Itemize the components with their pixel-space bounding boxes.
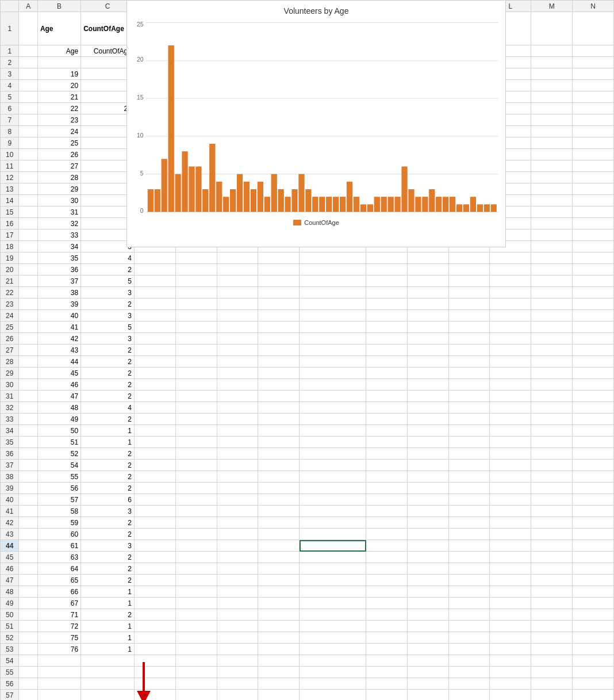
cell-h33[interactable] (300, 414, 366, 425)
col-header-b[interactable]: B (37, 1, 80, 12)
cell-k53[interactable] (448, 644, 490, 655)
cell-m42[interactable] (531, 517, 573, 529)
cell-g30[interactable] (258, 379, 300, 391)
cell-n44[interactable] (573, 540, 614, 552)
cell-c54[interactable] (81, 655, 135, 667)
cell-d30[interactable] (134, 379, 175, 391)
cell-h26[interactable] (300, 333, 366, 345)
cell-g38[interactable] (258, 471, 300, 483)
cell-b20[interactable]: 36 (37, 264, 80, 276)
cell-k32[interactable] (448, 402, 490, 414)
cell-k22[interactable] (448, 287, 490, 299)
cell-h32[interactable] (300, 402, 366, 414)
cell-h43[interactable] (300, 529, 366, 540)
cell-b48[interactable]: 66 (37, 586, 80, 598)
cell-l30[interactable] (490, 379, 531, 391)
table-row[interactable]: 38552 (1, 471, 614, 483)
cell-c46[interactable]: 2 (81, 563, 135, 575)
cell-e31[interactable] (175, 391, 217, 402)
cell-n19[interactable] (573, 253, 614, 264)
cell-c32[interactable]: 4 (81, 402, 135, 414)
cell-g51[interactable] (258, 621, 300, 632)
cell-l46[interactable] (490, 563, 531, 575)
cell-b52[interactable]: 75 (37, 632, 80, 644)
cell-n51[interactable] (573, 621, 614, 632)
cell-l25[interactable] (490, 322, 531, 333)
cell-d27[interactable] (134, 345, 175, 356)
cell-i57[interactable] (366, 690, 408, 701)
cell-n34[interactable] (573, 425, 614, 437)
cell-h46[interactable] (300, 563, 366, 575)
cell-m26[interactable] (531, 333, 573, 345)
cell-g41[interactable] (258, 506, 300, 517)
cell-b57[interactable] (37, 690, 80, 701)
cell-n1[interactable] (573, 45, 614, 57)
cell-f40[interactable] (217, 494, 258, 506)
table-row[interactable]: 29452 (1, 368, 614, 379)
cell-e28[interactable] (175, 356, 217, 368)
cell-a8[interactable] (19, 126, 37, 137)
cell-k49[interactable] (448, 598, 490, 609)
cell-b55[interactable] (37, 667, 80, 678)
table-row[interactable]: 43602 (1, 529, 614, 540)
cell-b40[interactable]: 57 (37, 494, 80, 506)
cell-e40[interactable] (175, 494, 217, 506)
cell-m8[interactable] (531, 126, 573, 137)
cell-c44[interactable]: 3 (81, 540, 135, 552)
cell-a35[interactable] (19, 437, 37, 448)
cell-b44[interactable]: 61 (37, 540, 80, 552)
cell-b33[interactable]: 49 (37, 414, 80, 425)
cell-g53[interactable] (258, 644, 300, 655)
cell-a41[interactable] (19, 506, 37, 517)
cell-g25[interactable] (258, 322, 300, 333)
cell-l24[interactable] (490, 310, 531, 322)
cell-f53[interactable] (217, 644, 258, 655)
cell-k57[interactable] (448, 690, 490, 701)
cell-m14[interactable] (531, 195, 573, 206)
cell-h48[interactable] (300, 586, 366, 598)
cell-c24[interactable]: 3 (81, 310, 135, 322)
cell-c57[interactable] (81, 690, 135, 701)
cell-n6[interactable] (573, 103, 614, 114)
table-row[interactable]: 26423 (1, 333, 614, 345)
cell-m28[interactable] (531, 356, 573, 368)
cell-m45[interactable] (531, 552, 573, 563)
table-row[interactable]: 21375 (1, 276, 614, 287)
cell-d33[interactable] (134, 414, 175, 425)
cell-m22[interactable] (531, 287, 573, 299)
cell-c40[interactable]: 6 (81, 494, 135, 506)
cell-i33[interactable] (366, 414, 408, 425)
cell-h47[interactable] (300, 575, 366, 586)
cell-f29[interactable] (217, 368, 258, 379)
cell-k20[interactable] (448, 264, 490, 276)
cell-c28[interactable]: 2 (81, 356, 135, 368)
cell-k25[interactable] (448, 322, 490, 333)
cell-m53[interactable] (531, 644, 573, 655)
cell-g56[interactable] (258, 678, 300, 690)
cell-a54[interactable] (19, 655, 37, 667)
cell-a20[interactable] (19, 264, 37, 276)
cell-j35[interactable] (407, 437, 448, 448)
cell-l47[interactable] (490, 575, 531, 586)
cell-b30[interactable]: 46 (37, 379, 80, 391)
cell-n5[interactable] (573, 91, 614, 103)
cell-c30[interactable]: 2 (81, 379, 135, 391)
table-row[interactable]: 49671 (1, 598, 614, 609)
cell-k52[interactable] (448, 632, 490, 644)
cell-l54[interactable] (490, 655, 531, 667)
cell-a14[interactable] (19, 195, 37, 206)
cell-l39[interactable] (490, 483, 531, 494)
cell-h38[interactable] (300, 471, 366, 483)
cell-m51[interactable] (531, 621, 573, 632)
cell-d26[interactable] (134, 333, 175, 345)
cell-b12[interactable]: 28 (37, 172, 80, 183)
cell-a50[interactable] (19, 609, 37, 621)
cell-l42[interactable] (490, 517, 531, 529)
cell-m31[interactable] (531, 391, 573, 402)
cell-e36[interactable] (175, 448, 217, 460)
cell-c41[interactable]: 3 (81, 506, 135, 517)
cell-e45[interactable] (175, 552, 217, 563)
table-row[interactable]: 28442 (1, 356, 614, 368)
cell-a39[interactable] (19, 483, 37, 494)
cell-a48[interactable] (19, 586, 37, 598)
